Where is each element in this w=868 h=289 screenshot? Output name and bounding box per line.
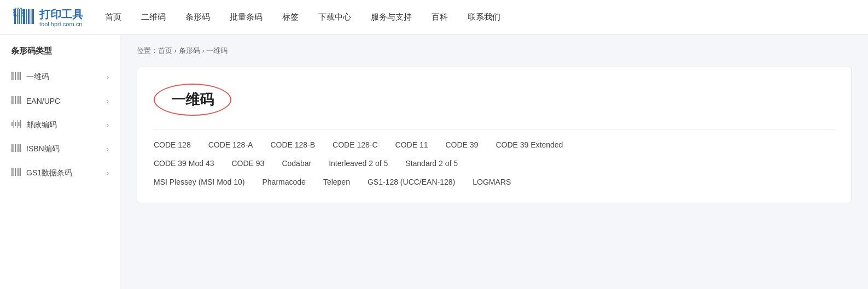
header: 打印工具 tool.hprt.com.cn 首页二维码条形码批量条码标签下载中心… xyxy=(0,0,868,35)
barcode-link-0-3[interactable]: CODE 128-C xyxy=(333,140,377,149)
page-title-oval: 一维码 xyxy=(154,84,231,116)
barcode-row-0: CODE 128CODE 128-ACODE 128-BCODE 128-CCO… xyxy=(154,140,835,149)
svg-rect-29 xyxy=(14,144,14,152)
svg-rect-1 xyxy=(17,9,18,24)
logo-icon xyxy=(13,8,35,27)
svg-rect-18 xyxy=(15,96,16,104)
barcode-row-2: MSI Plessey (MSI Mod 10)PharmacodeTelepe… xyxy=(154,178,835,186)
barcode-link-0-2[interactable]: CODE 128-B xyxy=(270,140,315,149)
main-layout: 条形码类型 一维码 › EAN/UPC › xyxy=(0,35,868,289)
svg-rect-21 xyxy=(20,96,21,104)
svg-rect-32 xyxy=(19,144,20,152)
svg-rect-14 xyxy=(19,72,20,80)
barcode-link-2-0[interactable]: MSI Plessey (MSI Mod 10) xyxy=(154,178,245,186)
breadcrumb-part-2[interactable]: 一维码 xyxy=(206,46,228,55)
barcode-link-2-1[interactable]: Pharmacode xyxy=(263,178,306,186)
logo-title: 打印工具 xyxy=(39,8,83,21)
sidebar-item-0[interactable]: 一维码 › xyxy=(0,65,120,89)
sidebar-item-3[interactable]: ISBN编码 › xyxy=(0,137,120,161)
sidebar-item-2[interactable]: 邮政编码 › xyxy=(0,113,120,137)
nav-item-百科[interactable]: 百科 xyxy=(432,12,448,22)
svg-rect-31 xyxy=(17,144,18,152)
svg-rect-7 xyxy=(31,9,32,24)
nav-item-联系我们[interactable]: 联系我们 xyxy=(468,12,500,22)
breadcrumb-part-0[interactable]: 首页 xyxy=(158,46,172,55)
svg-rect-5 xyxy=(26,9,27,24)
logo-subtitle: tool.hprt.com.cn xyxy=(39,21,83,27)
content-area: 位置：首页 › 条形码 › 一维码 一维码 CODE 128CODE 128-A… xyxy=(120,35,868,289)
sidebar-icon-2 xyxy=(11,120,22,131)
nav-item-标签[interactable]: 标签 xyxy=(282,12,299,22)
svg-rect-24 xyxy=(15,122,16,126)
svg-rect-22 xyxy=(11,122,13,126)
svg-rect-12 xyxy=(15,72,16,80)
svg-rect-28 xyxy=(11,144,13,152)
svg-rect-23 xyxy=(14,120,14,128)
barcode-link-0-0[interactable]: CODE 128 xyxy=(154,140,191,149)
nav-item-批量条码[interactable]: 批量条码 xyxy=(230,12,263,22)
sidebar-item-4[interactable]: GS1数据条码 › xyxy=(0,161,120,185)
divider xyxy=(154,129,835,129)
barcode-link-1-4[interactable]: Standard 2 of 5 xyxy=(405,159,458,168)
sidebar-chevron-2: › xyxy=(107,121,109,129)
sidebar-label-2: 邮政编码 xyxy=(26,120,57,130)
svg-rect-20 xyxy=(19,96,20,104)
logo[interactable]: 打印工具 tool.hprt.com.cn xyxy=(13,8,83,27)
nav-item-服务与支持[interactable]: 服务与支持 xyxy=(371,12,412,22)
barcode-link-1-1[interactable]: CODE 93 xyxy=(232,159,265,168)
svg-rect-25 xyxy=(17,120,18,128)
barcode-row-1: CODE 39 Mod 43CODE 93CodabarInterleaved … xyxy=(154,159,835,168)
logo-text: 打印工具 tool.hprt.com.cn xyxy=(39,8,83,27)
svg-rect-8 xyxy=(32,9,34,24)
barcode-link-2-3[interactable]: GS1-128 (UCC/EAN-128) xyxy=(368,178,455,186)
page-title-wrap: 一维码 xyxy=(154,84,835,116)
svg-rect-0 xyxy=(14,9,16,24)
breadcrumb: 位置：首页 › 条形码 › 一维码 xyxy=(137,46,852,56)
barcode-link-0-5[interactable]: CODE 39 xyxy=(446,140,479,149)
svg-rect-36 xyxy=(15,168,16,176)
sidebar-item-1[interactable]: EAN/UPC › xyxy=(0,89,120,113)
svg-rect-35 xyxy=(14,168,14,176)
breadcrumb-sep-1: › xyxy=(200,46,207,55)
sidebar-icon-4 xyxy=(11,168,22,179)
barcode-link-2-4[interactable]: LOGMARS xyxy=(473,178,511,186)
barcode-link-0-1[interactable]: CODE 128-A xyxy=(208,140,253,149)
svg-rect-10 xyxy=(11,72,13,80)
page-title: 一维码 xyxy=(171,91,214,108)
sidebar-chevron-1: › xyxy=(107,97,109,105)
barcode-link-2-2[interactable]: Telepen xyxy=(323,178,350,186)
barcode-link-0-6[interactable]: CODE 39 Extended xyxy=(496,140,563,149)
nav-item-条形码[interactable]: 条形码 xyxy=(185,12,210,22)
svg-rect-4 xyxy=(23,9,25,24)
sidebar: 条形码类型 一维码 › EAN/UPC › xyxy=(0,35,120,289)
breadcrumb-prefix: 位置： xyxy=(137,46,158,55)
sidebar-chevron-0: › xyxy=(107,73,109,81)
barcode-link-1-2[interactable]: Codabar xyxy=(282,159,311,168)
svg-rect-19 xyxy=(17,96,18,104)
sidebar-title: 条形码类型 xyxy=(0,46,120,65)
svg-rect-17 xyxy=(14,96,14,104)
svg-rect-34 xyxy=(11,168,13,176)
sidebar-icon-3 xyxy=(11,144,22,155)
barcode-link-1-3[interactable]: Interleaved 2 of 5 xyxy=(329,159,388,168)
barcode-link-1-0[interactable]: CODE 39 Mod 43 xyxy=(154,159,214,168)
svg-rect-33 xyxy=(20,144,21,152)
svg-rect-38 xyxy=(19,168,20,176)
nav-item-二维码[interactable]: 二维码 xyxy=(141,12,166,22)
sidebar-label-3: ISBN编码 xyxy=(26,144,60,154)
svg-rect-26 xyxy=(19,122,20,126)
svg-rect-2 xyxy=(19,9,20,24)
content-card: 一维码 CODE 128CODE 128-ACODE 128-BCODE 128… xyxy=(137,67,852,203)
nav-item-下载中心[interactable]: 下载中心 xyxy=(318,12,351,22)
svg-rect-39 xyxy=(20,168,21,176)
nav-item-首页[interactable]: 首页 xyxy=(105,12,121,22)
main-nav: 首页二维码条形码批量条码标签下载中心服务与支持百科联系我们 xyxy=(105,12,855,22)
sidebar-chevron-3: › xyxy=(107,145,109,153)
sidebar-label-1: EAN/UPC xyxy=(26,97,60,105)
barcode-link-0-4[interactable]: CODE 11 xyxy=(395,140,428,149)
svg-rect-27 xyxy=(20,120,21,128)
sidebar-label-0: 一维码 xyxy=(26,72,49,82)
sidebar-label-4: GS1数据条码 xyxy=(26,168,72,178)
svg-rect-37 xyxy=(17,168,18,176)
breadcrumb-part-1[interactable]: 条形码 xyxy=(179,46,200,55)
